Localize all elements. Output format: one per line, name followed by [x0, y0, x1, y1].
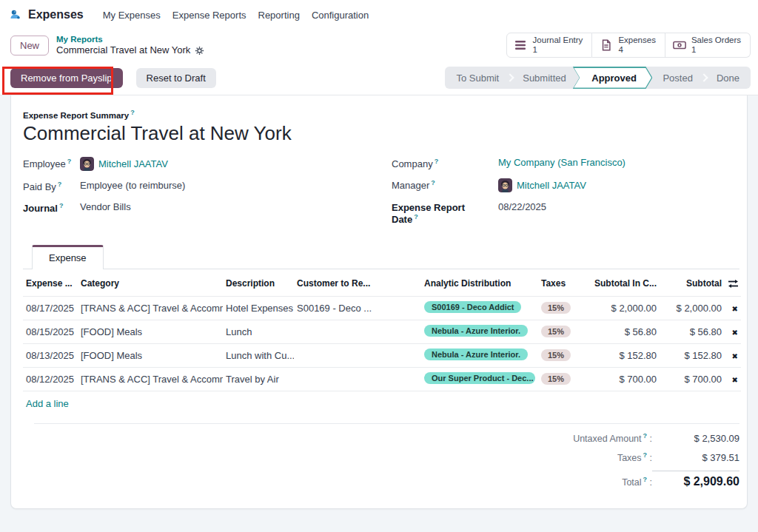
- table-row[interactable]: 08/15/2025 [FOOD] Meals Lunch Nebula - A…: [23, 320, 741, 343]
- menu-configuration[interactable]: Configuration: [306, 5, 375, 25]
- help-icon[interactable]: ?: [414, 213, 418, 220]
- table-row[interactable]: 08/17/2025 [TRANS & ACC] Travel & Accomm…: [23, 296, 741, 320]
- cell-category[interactable]: [TRANS & ACC] Travel & Accomm...: [78, 367, 223, 391]
- cell-subtotal-currency[interactable]: $ 700.00: [577, 367, 660, 391]
- totals-divider: [34, 423, 739, 424]
- reset-to-draft-button[interactable]: Reset to Draft: [136, 68, 216, 88]
- cell-category[interactable]: [FOOD] Meals: [78, 320, 223, 343]
- menu-my-expenses[interactable]: My Expenses: [97, 5, 167, 25]
- status-posted[interactable]: Posted: [648, 67, 703, 89]
- analytic-tag[interactable]: S00169 - Deco Addict: [424, 301, 521, 313]
- breadcrumb-parent[interactable]: My Reports: [56, 34, 204, 44]
- field-expense-report-date: Expense Report Date? 08/22/2025: [392, 201, 739, 225]
- cell-subtotal-currency[interactable]: $ 56.80: [577, 320, 660, 343]
- app-switcher[interactable]: Expenses: [9, 8, 84, 21]
- cell-customer[interactable]: [294, 367, 421, 391]
- remove-from-payslip-button[interactable]: Remove from Payslip: [10, 68, 123, 88]
- cell-date[interactable]: 08/17/2025: [23, 296, 78, 320]
- delete-row-icon[interactable]: ✖: [732, 376, 738, 384]
- content-area: Expense Report Summary? Commercial Trave…: [0, 95, 758, 532]
- cell-subtotal-currency[interactable]: $ 152.80: [577, 343, 660, 367]
- manager-link[interactable]: Mitchell JAATAV: [517, 180, 586, 191]
- tax-badge[interactable]: 15%: [541, 302, 571, 314]
- field-label: Expense Report Date?: [392, 201, 473, 225]
- tax-badge[interactable]: 15%: [541, 373, 571, 385]
- cell-customer[interactable]: S00169 - Deco ...: [294, 296, 421, 320]
- expenses-smart-button[interactable]: Expenses 4: [592, 33, 665, 58]
- help-icon[interactable]: ?: [58, 181, 62, 188]
- status-done[interactable]: Done: [705, 67, 751, 89]
- expenses-count: 4: [618, 45, 656, 55]
- status-approved[interactable]: Approved: [574, 68, 651, 88]
- cell-description[interactable]: Hotel Expenses: [223, 296, 294, 320]
- help-icon[interactable]: ?: [67, 158, 72, 165]
- cell-description[interactable]: Travel by Air: [223, 367, 294, 391]
- tax-badge[interactable]: 15%: [541, 326, 571, 337]
- add-a-line-link[interactable]: Add a line: [26, 398, 69, 409]
- gear-icon[interactable]: [195, 46, 204, 55]
- col-analytic[interactable]: Analytic Distribution: [421, 269, 538, 296]
- company-link[interactable]: My Company (San Francisco): [498, 157, 625, 168]
- field-label: Manager?: [392, 178, 498, 191]
- cell-date[interactable]: 08/13/2025: [23, 343, 78, 367]
- taxes-row: Taxes? : $ 379.51: [23, 448, 739, 467]
- status-action-bar: Remove from Payslip Reset to Draft To Su…: [0, 61, 758, 95]
- control-panel: New My Reports Commercial Travel at New …: [0, 30, 758, 61]
- cell-category[interactable]: [TRANS & ACC] Travel & Accomm...: [78, 296, 223, 320]
- col-description[interactable]: Description: [223, 269, 294, 296]
- journal-entry-smart-button[interactable]: Journal Entry 1: [506, 33, 593, 58]
- tax-badge[interactable]: 15%: [541, 349, 571, 361]
- field-journal: Journal? Vendor Bills: [23, 201, 392, 214]
- cell-subtotal[interactable]: $ 2,000.00: [660, 296, 725, 320]
- cell-category[interactable]: [FOOD] Meals: [78, 343, 223, 367]
- analytic-tag[interactable]: Nebula - Azure Interior.: [424, 349, 528, 360]
- total-value: $ 2,909.60: [652, 471, 739, 488]
- journal-value[interactable]: Vendor Bills: [80, 201, 131, 212]
- cell-customer[interactable]: [294, 343, 421, 367]
- field-label: Paid By?: [23, 180, 80, 192]
- tab-expense[interactable]: Expense: [32, 245, 104, 269]
- cell-customer[interactable]: [294, 320, 421, 343]
- cell-subtotal-currency[interactable]: $ 2,000.00: [577, 296, 660, 320]
- help-icon[interactable]: ?: [431, 179, 435, 186]
- new-button[interactable]: New: [10, 36, 49, 55]
- report-title[interactable]: Commercial Travel at New York: [23, 122, 739, 145]
- menu-expense-reports[interactable]: Expense Reports: [167, 5, 252, 25]
- analytic-tag[interactable]: Nebula - Azure Interior.: [424, 325, 528, 337]
- col-customer[interactable]: Customer to Re...: [294, 269, 421, 296]
- smart-buttons: Journal Entry 1 Expenses 4 Sales Order: [506, 33, 751, 58]
- help-icon[interactable]: ?: [130, 109, 135, 116]
- table-row[interactable]: 08/12/2025 [TRANS & ACC] Travel & Accomm…: [23, 367, 741, 391]
- sales-orders-smart-button[interactable]: Sales Orders 1: [665, 33, 751, 58]
- col-category[interactable]: Category: [78, 269, 223, 296]
- add-line-row: Add a line: [23, 391, 741, 416]
- delete-row-icon[interactable]: ✖: [732, 352, 738, 360]
- employee-link[interactable]: Mitchell JAATAV: [98, 158, 168, 169]
- cell-date[interactable]: 08/15/2025: [23, 320, 78, 343]
- adjust-columns-icon[interactable]: [728, 279, 739, 289]
- cell-date[interactable]: 08/12/2025: [23, 367, 78, 391]
- analytic-tag[interactable]: Our Super Product - Dec...: [424, 372, 535, 384]
- help-icon[interactable]: ?: [59, 202, 64, 209]
- journal-entry-label: Journal Entry: [533, 36, 583, 45]
- col-expense-date[interactable]: Expense ...: [23, 269, 78, 296]
- delete-row-icon[interactable]: ✖: [732, 305, 738, 313]
- cell-subtotal[interactable]: $ 700.00: [660, 367, 725, 391]
- help-icon[interactable]: ?: [435, 158, 439, 165]
- col-subtotal-currency[interactable]: Subtotal In C...: [577, 269, 660, 296]
- delete-row-icon[interactable]: ✖: [732, 329, 738, 337]
- status-submitted[interactable]: Submitted: [512, 67, 577, 89]
- col-subtotal[interactable]: Subtotal: [660, 269, 725, 296]
- cell-subtotal[interactable]: $ 152.80: [660, 343, 725, 367]
- cell-description[interactable]: Lunch: [223, 320, 294, 343]
- status-to-submit[interactable]: To Submit: [445, 67, 510, 89]
- menu-reporting[interactable]: Reporting: [252, 5, 306, 25]
- journal-entry-count: 1: [533, 45, 583, 55]
- expenses-app-icon: [9, 9, 22, 21]
- expense-report-date-value[interactable]: 08/22/2025: [473, 201, 546, 212]
- table-row[interactable]: 08/13/2025 [FOOD] Meals Lunch with Cu...…: [23, 343, 741, 367]
- paid-by-value[interactable]: Employee (to reimburse): [80, 180, 185, 191]
- cell-subtotal[interactable]: $ 56.80: [660, 320, 725, 343]
- cell-description[interactable]: Lunch with Cu...: [223, 343, 294, 367]
- col-taxes[interactable]: Taxes: [538, 269, 577, 296]
